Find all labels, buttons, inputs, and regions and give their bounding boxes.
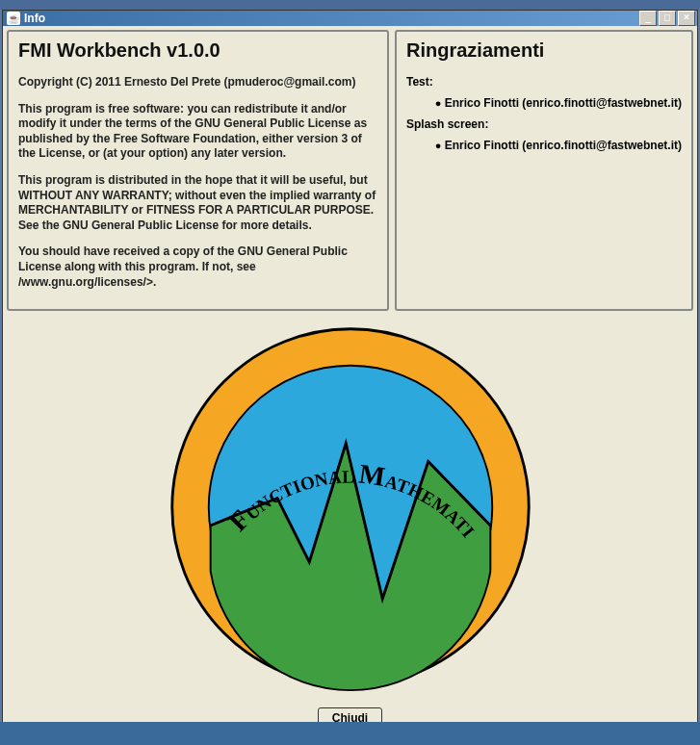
license-p3: You should have received a copy of the G… [18,244,377,290]
window-content: FMI Workbench v1.0.0 Copyright (C) 2011 … [3,26,697,738]
about-heading: FMI Workbench v1.0.0 [18,39,377,62]
credits-splash-value: ● Enrico Finotti (enrico.finotti@fastweb… [406,139,682,152]
credits-body: Test: ● Enrico Finotti (enrico.finotti@f… [406,75,682,152]
license-p2: This program is distributed in the hope … [18,173,377,233]
credits-test-label: Test: [406,75,682,89]
minimize-button[interactable]: _ [639,11,657,26]
window-controls: _ □ × [639,11,697,26]
close-window-button[interactable]: × [678,11,695,26]
credits-panel: Ringraziamenti Test: ● Enrico Finotti (e… [395,30,693,311]
credits-heading: Ringraziamenti [406,39,682,62]
bullet-icon: ● [435,97,442,109]
about-body: Copyright (C) 2011 Ernesto Del Prete (pm… [18,75,377,290]
titlebar: ☕ Info _ □ × [3,11,697,26]
panels-row: FMI Workbench v1.0.0 Copyright (C) 2011 … [7,30,693,311]
window-title: Info [24,12,639,25]
about-panel: FMI Workbench v1.0.0 Copyright (C) 2011 … [7,30,389,311]
credits-splash-label: Splash screen: [406,117,682,131]
credits-test-value: ● Enrico Finotti (enrico.finotti@fastweb… [406,96,682,110]
bullet-icon: ● [435,140,442,151]
license-p1: This program is free software: you can r… [18,102,377,162]
maximize-button[interactable]: □ [659,11,676,26]
desktop-bottombar [0,722,700,745]
info-window: ☕ Info _ □ × FMI Workbench v1.0.0 Copyri… [2,10,698,722]
java-icon: ☕ [7,12,20,25]
desktop-taskbar [0,0,700,10]
fmi-logo: FUNCTIONAL MATHEMATICAL INDEX [168,315,533,700]
copyright-text: Copyright (C) 2011 Ernesto Del Prete (pm… [18,75,377,90]
logo-area: FUNCTIONAL MATHEMATICAL INDEX [7,315,693,700]
